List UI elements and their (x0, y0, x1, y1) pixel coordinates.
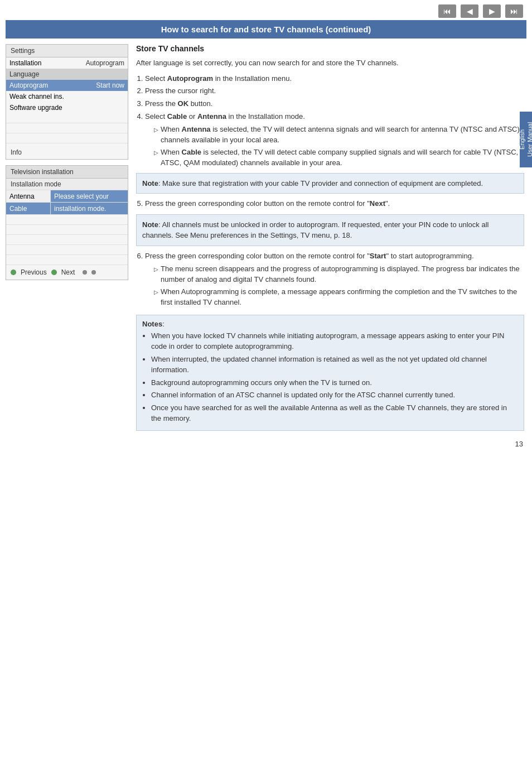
next-dot-icon (51, 270, 57, 275)
step-6-sub-1: The menu screen disappears and the progr… (154, 263, 524, 285)
antenna-value: Please select your (51, 190, 128, 202)
settings-box: Settings Installation Autoprogram Langua… (6, 44, 128, 160)
language-label: Language (9, 70, 124, 78)
step-4-sublist: When Antenna is selected, the TV will de… (154, 124, 524, 169)
step-5: Press the green corresponding color butt… (145, 198, 524, 210)
settings-row-software-upgrade[interactable]: Software upgrade (6, 102, 128, 113)
empty-row-1 (6, 113, 128, 123)
note-box-1: Note: Make sure that registration with y… (136, 173, 524, 194)
notes-section: Notes: When you have locked TV channels … (136, 315, 524, 431)
intro-text: After language is set correctly, you can… (136, 57, 524, 69)
cable-row[interactable]: Cable installation mode. (6, 203, 128, 215)
note-2-label: Note (142, 220, 158, 229)
side-label-english: English (519, 129, 525, 150)
cable-label: Cable (6, 203, 51, 214)
skip-back-button[interactable]: ⏮ (438, 4, 456, 18)
autoprogram-label: Autoprogram (9, 81, 96, 89)
tv-empty-4 (6, 245, 128, 255)
step-4-sub-1: When Antenna is selected, the TV will de… (154, 124, 524, 146)
settings-title: Settings (6, 45, 128, 57)
autoprogram-value: Start now (96, 81, 124, 89)
skip-forward-button[interactable]: ⏭ (505, 4, 523, 18)
left-panel: Settings Installation Autoprogram Langua… (6, 44, 128, 431)
note-1-label: Note (142, 179, 158, 188)
right-content: Store TV channels After language is set … (134, 44, 526, 431)
store-tv-title: Store TV channels (136, 44, 524, 53)
top-nav-bar: ⏮ ◀ ▶ ⏭ (0, 0, 532, 20)
tv-installation-title: Television installation (6, 166, 128, 179)
step-4-sub-2: When Cable is selected, the TV will dete… (154, 147, 524, 169)
software-upgrade-label: Software upgrade (9, 104, 124, 112)
main-layout: Settings Installation Autoprogram Langua… (0, 44, 532, 431)
tv-empty-5 (6, 255, 128, 265)
settings-row-weak-channel[interactable]: Weak channel ins. (6, 91, 128, 102)
antenna-sub-bold: Antenna (182, 125, 211, 133)
weak-channel-label: Weak channel ins. (9, 93, 124, 100)
step-6-list: Press the green corresponding color butt… (145, 251, 524, 308)
info-row: Info (6, 146, 128, 159)
empty-row-2 (6, 123, 128, 133)
step-6-sub-2: When Autoprogramming is complete, a mess… (154, 286, 524, 308)
extra-dot-2-icon (91, 270, 96, 275)
step-6: Press the green corresponding color butt… (145, 251, 524, 308)
next-bold: Next (370, 199, 385, 208)
autoprogram-bold: Autoprogram (167, 74, 213, 83)
tv-installation-box: Television installation Installation mod… (6, 165, 128, 280)
step-4: Select Cable or Antenna in the Installat… (145, 111, 524, 169)
empty-row-3 (6, 133, 128, 143)
tv-empty-2 (6, 225, 128, 235)
nav-row: Previous Next (6, 265, 128, 280)
antenna-row[interactable]: Antenna Please select your (6, 190, 128, 203)
step-6-sublist: The menu screen disappears and the progr… (154, 263, 524, 308)
step-1: Select Autoprogram in the Installation m… (145, 73, 524, 85)
side-label: English User Manual (520, 112, 532, 167)
step-5-list: Press the green corresponding color butt… (145, 198, 524, 210)
note-item-1: When you have locked TV channels while i… (151, 330, 518, 352)
note-item-5: Once you have searched for as well the a… (151, 402, 518, 424)
note-box-2: Note: All channels must be unlocked in o… (136, 214, 524, 246)
page-title: How to search for and store TV channels … (6, 20, 526, 39)
notes-title: Notes (142, 320, 162, 328)
cable-bold: Cable (167, 112, 187, 121)
ok-bold: OK (178, 99, 189, 108)
installation-value: Autoprogram (86, 59, 124, 67)
prev-dot-icon (11, 270, 16, 275)
cable-value: installation mode. (51, 203, 128, 214)
settings-row-language[interactable]: Language (6, 69, 128, 80)
tv-empty-1 (6, 215, 128, 225)
installation-label: Installation (9, 59, 86, 67)
notes-list: When you have locked TV channels while i… (151, 330, 518, 424)
note-item-4: Channel information of an ATSC channel i… (151, 390, 518, 401)
next-label[interactable]: Next (61, 268, 75, 276)
rewind-button[interactable]: ◀ (461, 4, 478, 18)
side-label-manual: User Manual (526, 122, 532, 157)
antenna-bold: Antenna (197, 112, 226, 121)
step-2: Press the cursor right. (145, 85, 524, 97)
settings-row-installation[interactable]: Installation Autoprogram (6, 57, 128, 69)
note-item-3: Background autoprogramming occurs only w… (151, 377, 518, 388)
antenna-label: Antenna (6, 190, 51, 202)
previous-label[interactable]: Previous (21, 268, 47, 276)
page-number: 13 (0, 431, 532, 453)
cable-sub-bold: Cable (182, 148, 201, 156)
forward-button[interactable]: ▶ (483, 4, 501, 18)
note-item-2: When interrupted, the updated channel in… (151, 354, 518, 376)
steps-list: Select Autoprogram in the Installation m… (145, 73, 524, 169)
start-bold: Start (370, 252, 386, 260)
extra-dot-1-icon (83, 270, 87, 275)
settings-row-autoprogram[interactable]: Autoprogram Start now (6, 80, 128, 91)
tv-empty-3 (6, 235, 128, 245)
step-3: Press the OK button. (145, 98, 524, 110)
installation-mode-header: Installation mode (6, 179, 128, 190)
